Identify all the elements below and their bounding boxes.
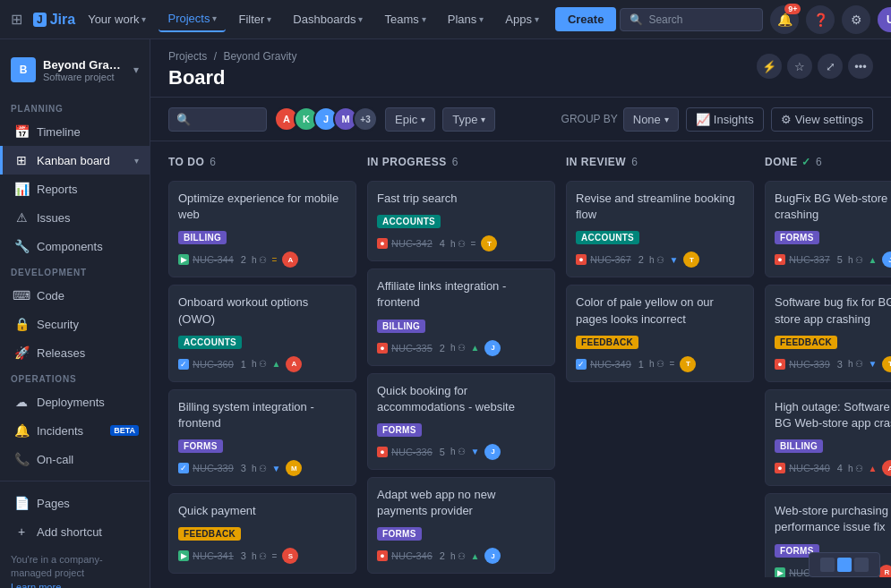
beta-badge: BETA xyxy=(110,425,139,436)
chevron-down-icon: ▾ xyxy=(141,14,146,24)
epic-filter[interactable]: Epic ▾ xyxy=(385,107,435,132)
subtask-icon: ⚇ xyxy=(458,551,466,561)
done-check-icon: ✓ xyxy=(798,156,810,168)
minimap-seg-2 xyxy=(837,558,852,572)
nav-apps[interactable]: Apps ▾ xyxy=(496,7,548,31)
grid-icon[interactable]: ⊞ xyxy=(11,11,22,28)
chevron-down-icon: ▾ xyxy=(422,14,426,24)
sidebar-item-pages[interactable]: 📄 Pages xyxy=(0,489,150,517)
column-header-inprogress: IN PROGRESS6 xyxy=(367,152,555,172)
nav-right-section: 🔍 Search 🔔 9+ ❓ ⚙ U xyxy=(620,5,891,34)
jira-logo[interactable]: J Jira xyxy=(33,12,75,28)
bug-icon: ● xyxy=(377,238,388,249)
card-title: Onboard workout options (OWO) xyxy=(178,294,347,327)
card-meta-icons: h⚇ xyxy=(450,551,466,561)
board-card[interactable]: Quick booking for accommodations - websi… xyxy=(367,373,555,470)
sidebar-item-incidents[interactable]: 🔔 Incidents BETA xyxy=(0,416,150,445)
nav-plans[interactable]: Plans ▾ xyxy=(439,7,493,31)
expand-button[interactable]: ⤢ xyxy=(818,54,843,79)
card-num: 2 xyxy=(638,254,644,265)
board-card[interactable]: BugFix BG Web-store app crashingFORMS●NU… xyxy=(765,181,891,277)
minimap[interactable] xyxy=(809,552,880,577)
search-box[interactable]: 🔍 Search xyxy=(620,8,763,31)
sidebar-item-components[interactable]: 🔧 Components xyxy=(0,232,150,260)
card-meta-icons: h⚇ xyxy=(450,447,466,456)
sidebar-item-kanban[interactable]: ⊞ Kanban board ▾ xyxy=(0,146,150,175)
add-icon: + xyxy=(13,524,30,540)
card-meta-icons: h⚇ xyxy=(450,239,466,249)
subtask-icon: ⚇ xyxy=(855,255,863,265)
subtask-icon: ⚇ xyxy=(855,464,863,473)
board-card[interactable]: Software bug fix for BG Web-store app cr… xyxy=(765,285,891,381)
board-card[interactable]: Revise and streamline booking flowACCOUN… xyxy=(566,181,754,277)
avatar-overflow[interactable]: +3 xyxy=(353,107,378,132)
board-card[interactable]: Adapt web app no new payments providerFO… xyxy=(367,477,555,574)
app-grid[interactable]: ⊞ xyxy=(11,11,22,28)
sidebar-item-reports[interactable]: 📊 Reports xyxy=(0,175,150,203)
group-by-section: GROUP BY None ▾ xyxy=(561,107,679,132)
sidebar-item-oncall[interactable]: 📞 On-call xyxy=(0,445,150,473)
breadcrumb-project[interactable]: Beyond Gravity xyxy=(223,50,296,63)
sidebar-item-label: Security xyxy=(37,318,139,331)
view-settings-button[interactable]: ⚙ View settings xyxy=(771,107,873,132)
sidebar-item-timeline[interactable]: 📅 Timeline xyxy=(0,117,150,146)
card-title: Revise and streamline booking flow xyxy=(576,191,744,223)
nav-dashboards[interactable]: Dashboards ▾ xyxy=(284,7,372,31)
chevron-down-icon: ▾ xyxy=(267,14,271,24)
card-assignee-avatar: A xyxy=(286,356,302,372)
priority-icon: = xyxy=(272,551,278,561)
board-search-container[interactable]: 🔍 xyxy=(168,107,267,132)
project-header[interactable]: B Beyond Gravity Software project ▾ xyxy=(0,50,150,89)
user-avatar[interactable]: U xyxy=(878,7,891,32)
sidebar-item-security[interactable]: 🔒 Security xyxy=(0,310,150,338)
collapse-icon[interactable]: ▾ xyxy=(133,64,139,76)
card-meta: ✓NUC-3491h⚇=T xyxy=(576,356,744,372)
sidebar-item-deployments[interactable]: ☁ Deployments xyxy=(0,388,150,416)
insights-button[interactable]: 📈 Insights xyxy=(686,107,764,132)
board-card[interactable]: Billing system integration - frontendFOR… xyxy=(168,389,356,486)
search-input[interactable] xyxy=(194,113,266,126)
sidebar-item-code[interactable]: ⌨ Code xyxy=(0,281,150,310)
search-icon: 🔍 xyxy=(176,113,191,126)
lightning-button[interactable]: ⚡ xyxy=(757,54,782,79)
board-card[interactable]: Onboard workout options (OWO)ACCOUNTS✓NU… xyxy=(168,285,356,381)
star-button[interactable]: ☆ xyxy=(787,54,812,79)
chevron-down-icon: ▾ xyxy=(535,14,539,24)
help-button[interactable]: ❓ xyxy=(806,5,835,34)
nav-projects[interactable]: Projects ▾ xyxy=(158,6,226,32)
cards-todo: Optimize experience for mobile webBILLIN… xyxy=(168,181,356,577)
priority-icon: = xyxy=(670,359,675,369)
more-button[interactable]: ••• xyxy=(848,54,873,79)
settings-button[interactable]: ⚙ xyxy=(842,5,870,34)
board-card[interactable]: Affiliate links integration - frontendBI… xyxy=(367,268,555,365)
board-card[interactable]: Optimize experience for mobile webBILLIN… xyxy=(168,181,356,277)
breadcrumb-projects[interactable]: Projects xyxy=(168,50,207,63)
priority-icon: ▲ xyxy=(471,551,480,561)
card-tag: FORMS xyxy=(178,439,223,453)
board-card[interactable]: Quick paymentFEEDBACK▶NUC-3413h⚇=S xyxy=(168,493,356,574)
card-assignee-avatar: R xyxy=(878,565,891,578)
development-section-label: DEVELOPMENT xyxy=(0,260,150,281)
cards-inreview: Revise and streamline booking flowACCOUN… xyxy=(566,181,754,577)
notifications-button[interactable]: 🔔 9+ xyxy=(770,5,799,34)
nav-filter[interactable]: Filter ▾ xyxy=(229,7,280,31)
nav-teams[interactable]: Teams ▾ xyxy=(375,7,434,31)
sidebar-item-add-shortcut[interactable]: + Add shortcut xyxy=(0,517,150,546)
board-card[interactable]: High outage: Software bug fix - BG Web-s… xyxy=(765,389,891,486)
create-button[interactable]: Create xyxy=(555,7,616,31)
card-meta: ●NUC-3424h⚇=T xyxy=(377,235,545,251)
board-card[interactable]: Fast trip searchACCOUNTS●NUC-3424h⚇=T xyxy=(367,181,555,261)
nav-your-work[interactable]: Your work ▾ xyxy=(79,7,155,31)
card-assignee-avatar: J xyxy=(484,548,501,564)
board-card[interactable]: Color of pale yellow on our pages looks … xyxy=(566,285,754,381)
learn-more-link[interactable]: Learn more xyxy=(11,582,61,588)
sidebar-item-releases[interactable]: 🚀 Releases xyxy=(0,338,150,367)
type-filter[interactable]: Type ▾ xyxy=(442,107,495,132)
sidebar-item-issues[interactable]: ⚠ Issues xyxy=(0,203,150,232)
cards-done: BugFix BG Web-store app crashingFORMS●NU… xyxy=(765,181,891,577)
planning-section-label: PLANNING xyxy=(0,97,150,117)
sidebar-item-label: Deployments xyxy=(37,396,139,409)
project-icon: B xyxy=(11,57,36,82)
group-by-select[interactable]: None ▾ xyxy=(623,107,679,132)
priority-icon: = xyxy=(471,239,476,249)
